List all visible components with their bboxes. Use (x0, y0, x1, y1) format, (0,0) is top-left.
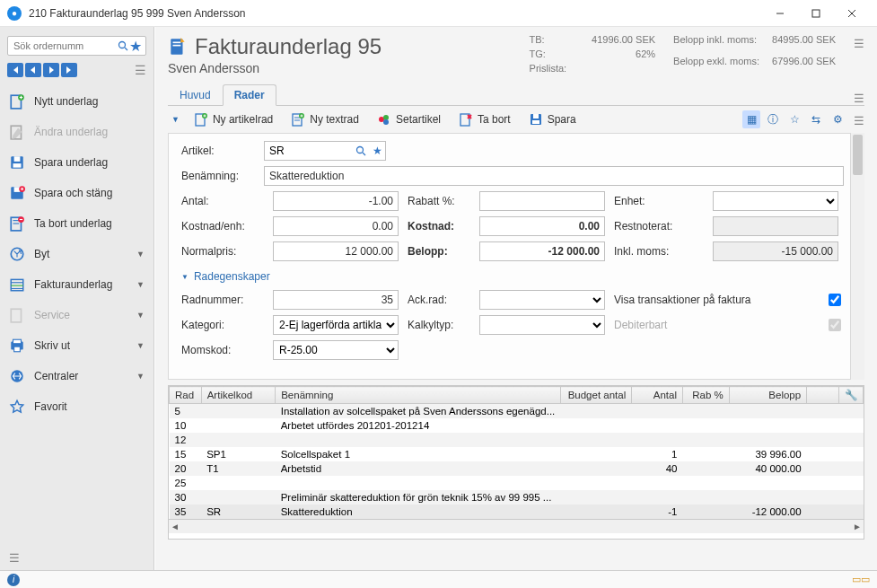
sidebar-item-favorit[interactable]: Favorit (0, 391, 153, 422)
ny-artikelrad-button[interactable]: Ny artikelrad (187, 110, 280, 129)
nav-last-button[interactable] (61, 63, 77, 77)
kalkyltyp-select[interactable] (479, 315, 605, 335)
sidebar-item-byt[interactable]: Byt▼ (0, 239, 153, 269)
table-row[interactable]: 15SP1Solcellspaket 1139 996.00 (170, 447, 864, 461)
cell (683, 490, 730, 505)
table-row[interactable]: 10Arbetet utfördes 201201-201214 (170, 418, 864, 433)
nav-first-button[interactable] (7, 63, 23, 77)
kategori-label: Kategori: (181, 319, 257, 331)
svg-rect-44 (532, 120, 539, 124)
cell (683, 418, 730, 433)
rows-table[interactable]: RadArtikelkodBenämningBudget antalAntalR… (168, 385, 864, 540)
table-hscrollbar[interactable]: ◄► (169, 519, 864, 533)
menu-label: Spara underlag (34, 156, 108, 169)
kostnadenh-input[interactable] (273, 216, 399, 236)
menu-label: Ta bort underlag (34, 217, 112, 230)
view-grid-icon[interactable]: ▦ (742, 110, 760, 128)
ackrad-select[interactable] (479, 290, 605, 310)
tab-huvud[interactable]: Huvud (168, 84, 223, 106)
close-button[interactable] (834, 0, 870, 27)
setartikel-button[interactable]: Setartikel (370, 110, 448, 129)
cell (729, 404, 806, 419)
window-title: 210 Fakturaunderlag 95 999 Sven Andersso… (29, 7, 246, 20)
chevron-down-icon: ▼ (136, 250, 145, 259)
normalpris-input[interactable] (273, 241, 399, 261)
maximize-button[interactable] (798, 0, 834, 27)
col-antal[interactable]: Antal (632, 387, 683, 404)
table-row[interactable]: 12 (170, 433, 864, 447)
menu-icon (9, 307, 25, 323)
search-icon[interactable] (117, 39, 129, 52)
col-rad[interactable]: Rad (170, 387, 202, 404)
ta-bort-button[interactable]: Ta bort (452, 110, 518, 129)
minimize-button[interactable] (762, 0, 798, 27)
col-ben-mning[interactable]: Benämning (276, 387, 561, 404)
artikel-star-icon[interactable]: ★ (369, 142, 385, 160)
cell (729, 433, 806, 447)
artikel-field[interactable]: ★ (264, 141, 386, 161)
favorite-icon[interactable]: ☆ (785, 110, 803, 128)
search-box[interactable]: ★ (7, 36, 146, 56)
antal-input[interactable] (273, 191, 399, 211)
col-rab-[interactable]: Rab % (683, 387, 730, 404)
col-artikelkod[interactable]: Artikelkod (201, 387, 275, 404)
cell: Skattereduktion (276, 505, 561, 519)
col-belopp[interactable]: Belopp (729, 387, 806, 404)
nav-prev-button[interactable] (25, 63, 41, 77)
cell: T1 (201, 461, 275, 476)
status-info-icon[interactable]: i (7, 574, 20, 586)
menu-label: Byt (34, 248, 49, 260)
nav-menu-icon[interactable]: ☰ (135, 63, 146, 77)
sidebar-item-skriv-ut[interactable]: Skriv ut▼ (0, 330, 153, 361)
kostnad-input[interactable] (479, 216, 605, 236)
search-input[interactable] (12, 39, 117, 52)
table-row[interactable]: 30Preliminär skattereduktion för grön te… (170, 490, 864, 505)
star-icon[interactable]: ★ (129, 39, 142, 52)
nav-next-button[interactable] (43, 63, 59, 77)
status-book-icon[interactable]: ▭▭ (852, 574, 870, 585)
table-row[interactable]: 20T1Arbetstid4040 000.00 (170, 461, 864, 476)
table-row[interactable]: 25 (170, 476, 864, 490)
spara-button[interactable]: Spara (522, 110, 583, 129)
belopp-input[interactable] (479, 241, 605, 261)
cell: SR (201, 505, 275, 519)
table-row[interactable]: 5Installation av solcellspaket på Sven A… (170, 404, 864, 419)
sidebar-footer-icon[interactable]: ☰ (0, 546, 153, 570)
settings-icon[interactable]: ⚙ (829, 110, 846, 128)
cell (276, 476, 561, 490)
tabs-menu-icon[interactable]: ☰ (854, 89, 864, 105)
tab-rader[interactable]: Rader (223, 84, 276, 106)
sidebar-item-fakturaunderlag[interactable]: Fakturaunderlag▼ (0, 269, 153, 300)
toolbar-menu-icon[interactable]: ☰ (854, 111, 864, 127)
sidebar-item-spara-och-stäng[interactable]: Spara och stäng (0, 178, 153, 208)
cell (807, 447, 839, 461)
radegenskaper-header[interactable]: Radegenskaper (181, 270, 844, 283)
col-budget-antal[interactable]: Budget antal (560, 387, 631, 404)
rabatt-input[interactable] (479, 191, 605, 211)
info-icon[interactable]: ⓘ (764, 110, 782, 128)
col-settings-icon[interactable]: 🔧 (838, 387, 863, 404)
visa-trans-checkbox[interactable] (829, 294, 841, 306)
table-row[interactable]: 35SRSkattereduktion-1-12 000.00 (170, 505, 864, 519)
debiterbart-checkbox (829, 319, 841, 331)
toolbar-collapse-icon[interactable]: ▼ (168, 115, 183, 124)
col-extra[interactable] (807, 387, 839, 404)
momskod-select[interactable]: R-25.00 (273, 340, 399, 360)
form-scrollbar[interactable] (850, 133, 864, 380)
sidebar-item-ta-bort-underlag[interactable]: Ta bort underlag (0, 208, 153, 239)
cell (807, 505, 839, 519)
header-menu-icon[interactable]: ☰ (854, 34, 864, 75)
cell (201, 490, 275, 505)
artikel-input[interactable] (265, 145, 353, 157)
kostnad-label: Kostnad: (408, 220, 470, 233)
enhet-select[interactable] (713, 191, 838, 211)
sidebar-item-nytt-underlag[interactable]: Nytt underlag (0, 86, 153, 117)
link-icon[interactable]: ⇆ (807, 110, 825, 128)
kategori-select[interactable]: 2-Ej lagerförda artikla (273, 315, 399, 335)
benamning-input[interactable] (264, 166, 844, 186)
sidebar-item-centraler[interactable]: Centraler▼ (0, 361, 153, 391)
sidebar-item-spara-underlag[interactable]: Spara underlag (0, 147, 153, 178)
ny-textrad-button[interactable]: Ny textrad (284, 110, 366, 129)
artikel-search-icon[interactable] (353, 142, 369, 160)
radnummer-input[interactable] (273, 290, 399, 310)
